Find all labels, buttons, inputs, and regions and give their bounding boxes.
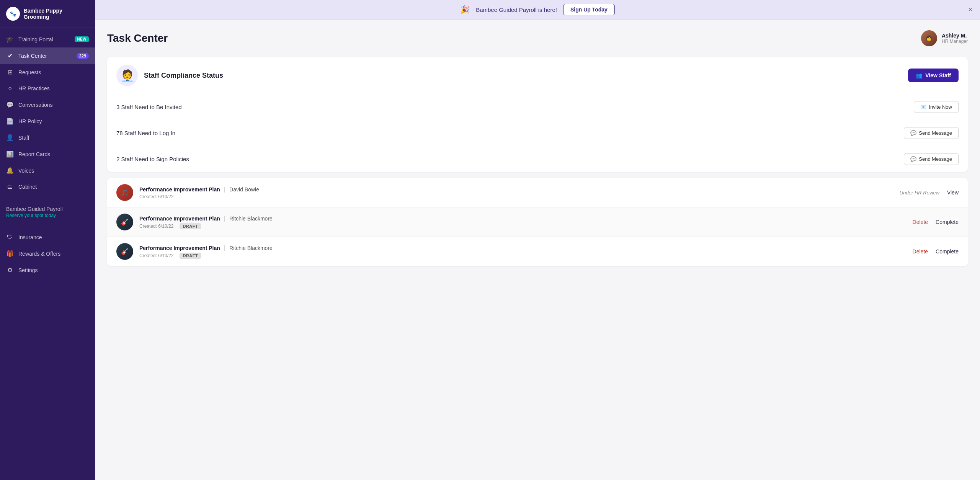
compliance-card-header: 🧑‍💼 Staff Compliance Status 👥 View Staff [107,57,968,94]
compliance-row-text-1: 78 Staff Need to Log In [116,130,175,136]
sidebar-item-conversations[interactable]: 💬 Conversations [0,96,95,113]
content-area: Task Center 👩 Ashley M. HR Manager 🧑‍💼 S… [95,20,980,480]
page-header: Task Center 👩 Ashley M. HR Manager [107,30,968,46]
pip-name-1: Ritchie Blackmore [229,216,273,222]
pip-complete-button-2[interactable]: Complete [936,248,959,255]
pip-avatar-2: 🎸 [116,243,133,260]
pip-title-row-1: Performance Improvement Plan | Ritchie B… [139,215,273,222]
sidebar-item-settings[interactable]: ⚙ Settings [0,262,95,278]
report-cards-icon: 📊 [6,150,14,158]
sidebar-item-voices[interactable]: 🔔 Voices [0,162,95,179]
pip-title-1: Performance Improvement Plan [139,216,220,222]
sidebar-divider-2 [0,226,95,226]
send-message-button-1[interactable]: 💬 Send Message [904,153,959,165]
sidebar-item-hr-practices[interactable]: ○ HR Practices [0,80,95,96]
training-portal-icon: 🎓 [6,36,14,43]
payroll-sub[interactable]: Reserve your spot today [6,213,89,218]
pip-left-0: 🎵 Performance Improvement Plan | David B… [116,184,259,201]
task-count-badge: 229 [77,53,89,59]
sidebar-item-label: Insurance [18,234,42,240]
sidebar-item-task-center[interactable]: ✔ Task Center 229 [0,47,95,64]
staff-icon: 👤 [6,134,14,141]
view-staff-button[interactable]: 👥 View Staff [908,69,959,82]
pip-date-row-2: Created: 6/10/22 DRAFT [139,253,273,259]
top-bar: 🎉 Bambee Guided Payroll is here! Sign Up… [95,0,980,20]
avatar-initials: 👩 [921,30,937,46]
page-title: Task Center [107,32,168,44]
pip-title-0: Performance Improvement Plan [139,186,220,193]
sidebar: 🐾 Bambee Puppy Grooming 🎓 Training Porta… [0,0,95,480]
message-icon-1: 💬 [910,156,916,162]
hr-practices-icon: ○ [6,85,14,92]
sidebar-item-label: Training Portal [18,36,53,42]
pip-title-row-2: Performance Improvement Plan | Ritchie B… [139,245,273,251]
sidebar-item-hr-policy[interactable]: 📄 HR Policy [0,113,95,129]
sidebar-item-training-portal[interactable]: 🎓 Training Portal NEW [0,31,95,47]
main-content: 🎉 Bambee Guided Payroll is here! Sign Up… [95,0,980,480]
pip-delete-button-2[interactable]: Delete [913,248,928,255]
sidebar-divider [0,198,95,198]
pip-name-2: Ritchie Blackmore [229,245,273,251]
staff-compliance-icon: 🧑‍💼 [120,69,134,82]
invite-icon: 📧 [920,104,926,110]
compliance-row-2: 2 Staff Need to Sign Policies 💬 Send Mes… [107,146,968,172]
sidebar-item-insurance[interactable]: 🛡 Insurance [0,229,95,245]
compliance-header-left: 🧑‍💼 Staff Compliance Status [116,65,223,86]
sidebar-item-requests[interactable]: ⊞ Requests [0,64,95,80]
pip-info-2: Performance Improvement Plan | Ritchie B… [139,245,273,259]
pip-row-0: 🎵 Performance Improvement Plan | David B… [107,178,968,207]
sidebar-item-rewards-offers[interactable]: 🎁 Rewards & Offers [0,245,95,262]
pip-complete-button-1[interactable]: Complete [936,219,959,225]
sign-up-button[interactable]: Sign Up Today [563,4,615,15]
sidebar-item-label: Requests [18,69,41,75]
top-bar-close-button[interactable]: × [968,6,972,14]
pip-right-0: Under HR Review View [900,189,959,196]
invite-now-button[interactable]: 📧 Invite Now [914,101,959,113]
task-center-icon: ✔ [6,52,14,59]
user-role: HR Manager [942,39,968,44]
pip-avatar-img-1: 🎸 [121,219,129,226]
draft-badge-2: DRAFT [180,253,201,259]
voices-icon: 🔔 [6,167,14,174]
sidebar-item-label: Settings [18,267,38,273]
sidebar-item-cabinet[interactable]: 🗂 Cabinet [0,179,95,195]
pip-delete-button-1[interactable]: Delete [913,219,928,225]
pip-avatar-img-0: 🎵 [121,189,129,196]
staff-compliance-icon-wrap: 🧑‍💼 [116,65,138,86]
pip-avatar-img-2: 🎸 [121,248,129,255]
user-details: Ashley M. HR Manager [942,33,968,44]
sidebar-item-report-cards[interactable]: 📊 Report Cards [0,146,95,162]
avatar: 👩 [921,30,937,46]
sidebar-item-label: Rewards & Offers [18,251,60,257]
pip-info-1: Performance Improvement Plan | Ritchie B… [139,215,273,229]
rewards-icon: 🎁 [6,250,14,257]
payroll-label: Bambee Guided Payroll [6,206,89,212]
view-staff-icon: 👥 [916,72,922,78]
pip-avatar-0: 🎵 [116,184,133,201]
pip-title-row-0: Performance Improvement Plan | David Bow… [139,186,259,193]
new-badge: NEW [75,36,89,42]
pip-date-2: Created: 6/10/22 [139,253,173,258]
cabinet-icon: 🗂 [6,183,14,190]
sidebar-nav: 🎓 Training Portal NEW ✔ Task Center 229 … [0,28,95,480]
pip-date-0: Created: 6/10/22 [139,194,259,199]
view-staff-label: View Staff [925,72,951,78]
compliance-row-text-0: 3 Staff Need to Be Invited [116,104,182,110]
sidebar-item-label: HR Practices [18,85,50,91]
pip-row-2: 🎸 Performance Improvement Plan | Ritchie… [107,237,968,266]
company-name: Bambee Puppy Grooming [24,8,89,20]
send-message-button-0[interactable]: 💬 Send Message [904,127,959,139]
pip-left-1: 🎸 Performance Improvement Plan | Ritchie… [116,214,273,230]
compliance-row-0: 3 Staff Need to Be Invited 📧 Invite Now [107,94,968,120]
compliance-card: 🧑‍💼 Staff Compliance Status 👥 View Staff… [107,57,968,172]
sidebar-item-staff[interactable]: 👤 Staff [0,129,95,146]
pip-date-row-1: Created: 6/10/22 DRAFT [139,223,273,229]
user-name: Ashley M. [942,33,968,39]
pip-card: 🎵 Performance Improvement Plan | David B… [107,178,968,266]
pip-view-button-0[interactable]: View [947,189,959,196]
pip-info-0: Performance Improvement Plan | David Bow… [139,186,259,199]
send-message-label-1: Send Message [919,156,952,162]
sidebar-item-label: Voices [18,168,34,174]
pip-status-0: Under HR Review [900,190,939,196]
conversations-icon: 💬 [6,101,14,108]
